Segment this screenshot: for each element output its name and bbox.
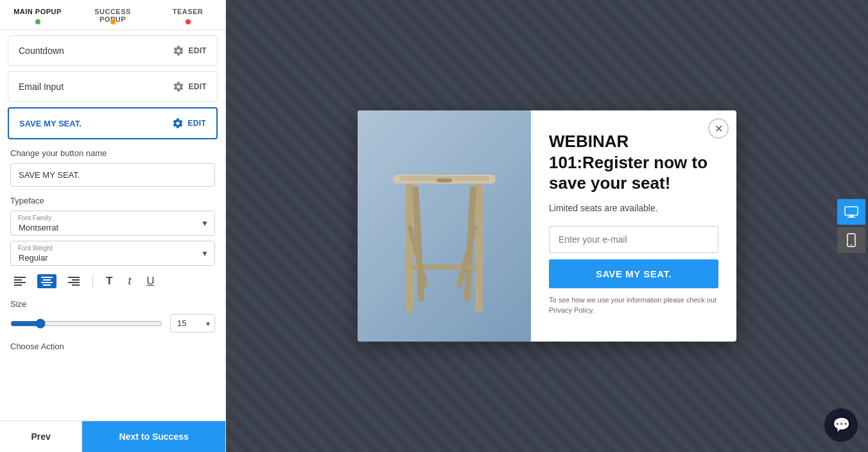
prev-button[interactable]: Prev <box>0 421 82 452</box>
popup-image <box>358 110 531 342</box>
svg-rect-9 <box>72 279 80 281</box>
mobile-view-button[interactable] <box>837 227 865 253</box>
size-slider[interactable] <box>10 318 162 329</box>
svg-rect-8 <box>68 277 80 278</box>
svg-rect-14 <box>437 178 452 182</box>
svg-rect-10 <box>68 282 80 283</box>
tab-teaser[interactable]: TEASER <box>150 0 225 30</box>
popup-privacy-text: To see how we use your information pleas… <box>549 295 718 316</box>
gear-icon-email <box>173 81 184 92</box>
italic-button[interactable]: t <box>124 272 135 290</box>
sidebar-item-countdown[interactable]: Countdown EDIT <box>8 35 218 66</box>
svg-rect-5 <box>43 279 51 281</box>
typeface-label: Typeface <box>10 196 215 205</box>
popup-cta-button[interactable]: SAVE MY SEAT. <box>549 259 718 288</box>
save-my-seat-edit-label: EDIT <box>187 119 206 128</box>
size-select[interactable]: 15 12 16 18 24 <box>170 314 215 333</box>
stool-illustration <box>367 123 521 342</box>
svg-rect-6 <box>41 282 53 283</box>
email-input-edit-label: EDIT <box>188 82 207 91</box>
svg-rect-24 <box>847 217 855 218</box>
popup-title: WEBINAR 101:Register now to save your se… <box>549 131 718 194</box>
popup-modal: WEBINAR 101:Register now to save your se… <box>358 110 736 342</box>
bottom-nav: Prev Next to Success <box>0 421 225 452</box>
align-center-button[interactable] <box>37 274 56 288</box>
sidebar-item-save-my-seat[interactable]: SAVE MY SEAT. EDIT <box>8 107 218 139</box>
svg-rect-3 <box>14 284 22 286</box>
button-name-input[interactable] <box>10 163 215 187</box>
svg-rect-22 <box>845 207 858 215</box>
svg-rect-11 <box>72 284 80 286</box>
popup-content: WEBINAR 101:Register now to save your se… <box>531 110 736 342</box>
svg-point-26 <box>851 245 852 246</box>
align-left-button[interactable] <box>10 274 30 288</box>
sidebar: MAIN POPUP SUCCESS POPUP TEASER Countdow… <box>0 0 226 452</box>
gear-icon <box>173 45 184 56</box>
svg-rect-15 <box>406 184 413 312</box>
gear-icon-save <box>172 117 184 129</box>
save-my-seat-label: SAVE MY SEAT. <box>19 119 82 128</box>
svg-rect-7 <box>43 284 51 286</box>
tab-main-popup-dot <box>35 19 40 24</box>
tab-teaser-label: TEASER <box>173 8 204 15</box>
chat-icon: 💬 <box>833 417 850 433</box>
align-right-button[interactable] <box>64 274 83 288</box>
save-edit-area: EDIT <box>172 117 206 129</box>
desktop-icon <box>844 206 858 218</box>
sidebar-item-email-input[interactable]: Email Input EDIT <box>8 71 218 102</box>
tabs-bar: MAIN POPUP SUCCESS POPUP TEASER <box>0 0 225 30</box>
countdown-edit-label: EDIT <box>188 46 207 55</box>
email-edit-area: EDIT <box>173 81 207 92</box>
desktop-view-button[interactable] <box>837 199 865 225</box>
tab-main-popup[interactable]: MAIN POPUP <box>0 0 75 30</box>
tab-success-popup[interactable]: SUCCESS POPUP <box>75 0 150 30</box>
mobile-icon <box>847 233 856 247</box>
button-name-label: Change your button name <box>10 148 215 158</box>
size-select-wrap: 15 12 16 18 24 ▼ <box>170 314 215 333</box>
popup-subtitle: Limited seats are available. <box>549 203 718 213</box>
format-divider <box>92 275 93 288</box>
svg-rect-2 <box>14 282 26 283</box>
svg-rect-0 <box>14 277 26 278</box>
bold-button[interactable]: T <box>102 272 116 290</box>
svg-rect-4 <box>41 277 53 278</box>
expanded-panel: Change your button name Typeface Font Fa… <box>8 148 218 351</box>
countdown-label: Countdown <box>19 46 64 56</box>
countdown-edit-area: EDIT <box>173 45 207 56</box>
font-family-label: Font Family <box>18 214 51 222</box>
choose-action-label: Choose Action <box>10 342 215 351</box>
tab-main-popup-label: MAIN POPUP <box>13 8 62 15</box>
tab-success-popup-dot <box>110 19 116 24</box>
right-toolbar <box>835 194 868 258</box>
font-weight-wrap: Font Weight Regular Bold Light ▼ <box>10 241 215 266</box>
tab-teaser-dot <box>186 19 191 24</box>
popup-close-button[interactable]: ✕ <box>708 118 729 139</box>
main-area: WEBINAR 101:Register now to save your se… <box>226 0 868 452</box>
font-weight-label: Font Weight <box>18 245 53 252</box>
svg-rect-1 <box>14 279 22 281</box>
email-input-label: Email Input <box>19 82 64 92</box>
font-family-wrap: Font Family Montserrat Arial Georgia ▼ <box>10 211 215 236</box>
format-bar: T t U <box>10 272 215 290</box>
size-label: Size <box>10 299 215 309</box>
svg-rect-16 <box>475 184 483 312</box>
popup-overlay: WEBINAR 101:Register now to save your se… <box>226 0 868 452</box>
next-button[interactable]: Next to Success <box>82 421 225 452</box>
chat-bubble[interactable]: 💬 <box>824 408 858 442</box>
sidebar-items-list: Countdown EDIT Email Input EDIT SAVE MY … <box>0 30 225 452</box>
popup-email-input[interactable] <box>549 226 718 253</box>
underline-button[interactable]: U <box>143 272 158 290</box>
size-row: 15 12 16 18 24 ▼ <box>10 314 215 333</box>
